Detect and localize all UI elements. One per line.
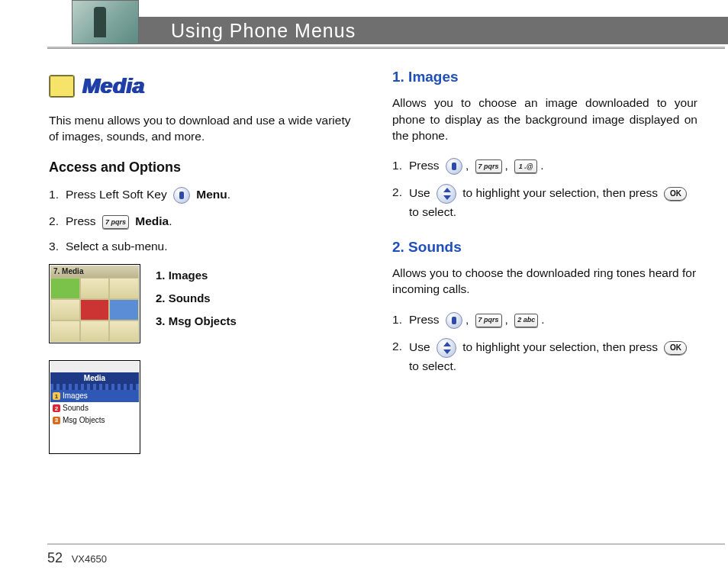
media-folder-icon [49,75,75,98]
phone-screenshot-list: Media 1Images 2Sounds 3Msg Objects [49,360,140,454]
submenu-item-sounds: 2. Sounds [156,287,237,310]
access-step-2: Press 7 pqrs Media. [49,213,362,229]
sounds-heading: 2. Sounds [392,237,697,257]
right-column: 1. Images Allows you to choose an image … [392,67,697,454]
key-7-icon: 7 pqrs [475,314,502,327]
images-step-1: Press , 7 pqrs, 1 .@. [392,157,697,175]
key-2-icon: 2 abc [514,314,538,327]
page-number: 52 [47,550,63,565]
nav-updown-icon [436,184,456,204]
page-title: Using Phone Menus [171,20,356,42]
sounds-step-2: Use to highlight your selection, then pr… [392,338,697,374]
images-intro: Allows you to choose an image downloaded… [392,95,697,143]
sounds-step-1: Press , 7 pqrs, 2 abc. [392,311,697,329]
submenu-list: 1. Images 2. Sounds 3. Msg Objects [156,264,237,454]
left-softkey-icon [446,312,462,329]
access-step-3: Select a sub-menu. [49,238,362,254]
grid-title: 7. Media [50,266,139,278]
left-column: Media This menu allows you to download a… [49,67,362,454]
media-heading: Media [82,72,145,101]
ok-key-icon: OK [664,341,687,355]
access-heading: Access and Options [49,158,362,177]
submenu-item-msgobjects: 3. Msg Objects [156,310,237,333]
header-photo [72,0,139,44]
images-heading: 1. Images [392,67,697,87]
key-1-icon: 1 .@ [514,159,537,173]
list-title: Media [50,372,139,385]
submenu-item-images: 1. Images [156,264,237,287]
images-step-2: Use to highlight your selection, then pr… [392,184,697,220]
nav-updown-icon [436,338,456,358]
left-softkey-icon [446,158,462,175]
sounds-intro: Allows you to choose the downloaded ring… [392,265,697,298]
page-title-bar: Using Phone Menus [139,17,728,44]
footer-rule [47,543,725,545]
footer: 52 VX4650 [47,550,107,566]
media-intro: This menu allows you to download and use… [49,112,362,145]
left-softkey-icon [173,187,190,204]
phone-screenshot-grid: 7. Media [49,264,140,343]
model-number: VX4650 [72,553,107,565]
key-7-icon: 7 pqrs [102,215,129,229]
access-step-1: Press Left Soft Key Menu. [49,186,362,204]
key-7-icon: 7 pqrs [475,159,502,173]
ok-key-icon: OK [664,187,687,201]
